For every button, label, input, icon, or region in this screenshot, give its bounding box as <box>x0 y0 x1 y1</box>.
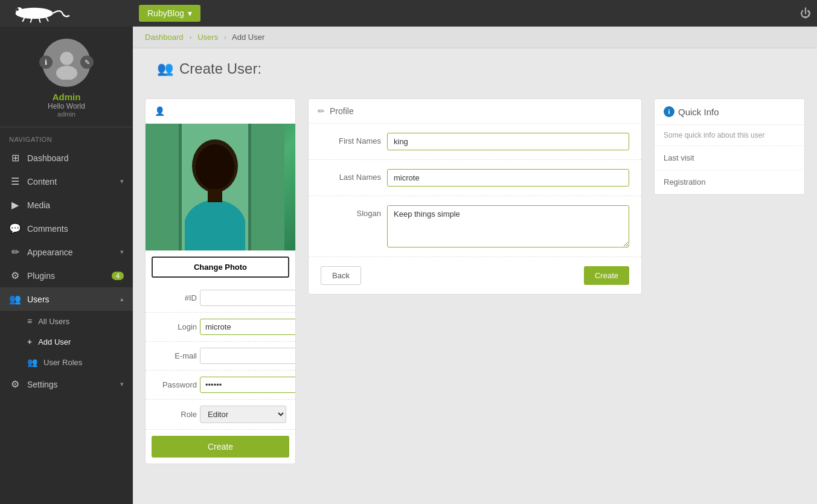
sidebar: ℹ ✎ Admin Hello World admin Navigation ⊞… <box>0 27 133 504</box>
content-icon: ☰ <box>9 176 21 187</box>
avatar-person-icon <box>50 46 83 80</box>
slogan-textarea[interactable]: Keep things simple <box>387 205 629 247</box>
sidebar-tagline: Hello World <box>6 102 127 110</box>
sidebar-item-label: All Users <box>38 317 69 326</box>
sidebar-item-label: Dashboard <box>27 153 124 163</box>
slogan-label: Slogan <box>321 205 381 218</box>
chevron-down-icon: ▾ <box>120 177 124 185</box>
id-form-group: #ID <box>146 284 295 313</box>
settings-icon: ⚙ <box>9 378 21 390</box>
sidebar-item-label: Comments <box>27 224 124 234</box>
sidebar-role: admin <box>6 110 127 118</box>
create-button[interactable]: Create <box>584 266 629 285</box>
sidebar-item-plugins[interactable]: ⚙ Plugins 4 <box>0 264 133 287</box>
role-label: Role <box>155 410 197 419</box>
profile-actions: Back Create <box>309 257 641 294</box>
power-button[interactable]: ⏻ <box>800 7 811 20</box>
slogan-group: Slogan Keep things simple <box>309 196 641 257</box>
last-names-group: Last Names <box>309 160 641 196</box>
registration-row: Registration <box>655 170 804 194</box>
sidebar-subitem-all-users[interactable]: ≡ All Users <box>0 311 133 331</box>
navigation-section-label: Navigation <box>0 127 133 146</box>
svg-rect-15 <box>208 189 222 202</box>
rubyblog-dropdown-button[interactable]: RubyBlog ▾ <box>139 5 200 22</box>
svg-point-7 <box>60 51 73 65</box>
sidebar-subitem-add-user[interactable]: + Add User <box>0 331 133 352</box>
photo-display <box>146 124 295 250</box>
first-names-label: First Names <box>321 133 381 145</box>
password-form-group: Password <box>146 371 295 400</box>
breadcrumb-dashboard-link[interactable]: Dashboard <box>145 33 184 42</box>
profile-header-label: Profile <box>330 106 354 116</box>
page-title: 👥 Create User: <box>145 60 805 86</box>
first-names-group: First Names <box>309 124 641 160</box>
role-select[interactable]: Editor Admin Author Subscriber <box>200 406 286 423</box>
sidebar-item-appearance[interactable]: ✏ Appearance ▾ <box>0 240 133 264</box>
breadcrumb-sep-1: › <box>189 33 191 42</box>
chevron-up-icon: ▴ <box>120 295 124 303</box>
change-photo-button[interactable]: Change Photo <box>152 257 289 278</box>
sidebar-item-label: Users <box>27 295 114 304</box>
info-icon: i <box>664 106 674 117</box>
password-label: Password <box>155 380 197 389</box>
registration-label: Registration <box>664 177 705 187</box>
left-card: 👤 <box>145 98 296 464</box>
sidebar-user-section: ℹ ✎ Admin Hello World admin <box>0 27 133 127</box>
breadcrumb-current: Add User <box>232 33 264 42</box>
create-button-bottom[interactable]: Create <box>152 436 289 458</box>
email-label: E-mail <box>155 351 197 360</box>
last-visit-row: Last visit <box>655 146 804 170</box>
sidebar-subitem-user-roles[interactable]: 👥 User Roles <box>0 352 133 372</box>
breadcrumb: Dashboard › Users › Add User <box>133 27 817 48</box>
plus-icon: + <box>27 337 32 346</box>
sidebar-item-settings[interactable]: ⚙ Settings ▾ <box>0 372 133 396</box>
login-input[interactable] <box>200 319 296 335</box>
breadcrumb-sep-2: › <box>224 33 226 42</box>
avatar-info-button[interactable]: ℹ <box>39 56 53 69</box>
sidebar-item-users[interactable]: 👥 Users ▴ <box>0 287 133 311</box>
svg-point-8 <box>56 65 77 79</box>
content-area: Dashboard › Users › Add User 👥 Create Us… <box>133 27 817 504</box>
first-names-input[interactable] <box>387 133 629 150</box>
svg-line-5 <box>39 18 40 23</box>
roles-icon: 👥 <box>27 357 37 367</box>
last-names-label: Last Names <box>321 169 381 182</box>
sidebar-username: Admin <box>6 92 127 102</box>
profile-card-header: ✏ Profile <box>309 99 641 124</box>
chevron-down-icon: ▾ <box>120 380 124 388</box>
media-icon: ▶ <box>9 199 21 211</box>
email-input[interactable] <box>200 348 296 364</box>
svg-rect-12 <box>248 124 251 250</box>
sidebar-item-label: Content <box>27 177 114 187</box>
sidebar-item-label: Add User <box>38 337 71 346</box>
id-input[interactable] <box>200 290 296 306</box>
role-form-group: Role Editor Admin Author Subscriber <box>146 400 295 430</box>
svg-line-6 <box>46 17 48 21</box>
avatar-edit-button[interactable]: ✎ <box>80 56 94 69</box>
id-label: #ID <box>155 293 197 302</box>
sidebar-item-content[interactable]: ☰ Content ▾ <box>0 170 133 193</box>
page-title-text: Create User: <box>179 60 261 77</box>
password-input[interactable] <box>200 377 296 393</box>
quick-info-card: i Quick Info Some quick info about this … <box>654 98 805 195</box>
sidebar-item-comments[interactable]: 💬 Comments <box>0 217 133 240</box>
quick-info-title: Quick Info <box>678 107 719 117</box>
sidebar-item-label: Settings <box>27 380 114 389</box>
dashboard-icon: ⊞ <box>9 152 21 164</box>
last-names-input[interactable] <box>387 169 629 187</box>
plugins-badge: 4 <box>112 272 124 280</box>
sidebar-item-media[interactable]: ▶ Media <box>0 193 133 217</box>
page-content: 👤 <box>133 86 817 476</box>
left-card-header: 👤 <box>146 99 295 124</box>
email-form-group: E-mail <box>146 342 295 371</box>
quick-info-header: i Quick Info <box>655 99 804 125</box>
sidebar-item-dashboard[interactable]: ⊞ Dashboard <box>0 146 133 170</box>
back-button[interactable]: Back <box>321 266 361 285</box>
avatar-wrapper: ℹ ✎ <box>42 39 91 87</box>
login-form-group: Login <box>146 313 295 342</box>
users-icon: 👥 <box>9 293 21 305</box>
breadcrumb-users-link[interactable]: Users <box>197 33 218 42</box>
top-navbar: RubyBlog ▾ ⏻ <box>0 0 817 27</box>
main-layout: ℹ ✎ Admin Hello World admin Navigation ⊞… <box>0 27 817 504</box>
sidebar-item-label: Media <box>27 200 124 210</box>
